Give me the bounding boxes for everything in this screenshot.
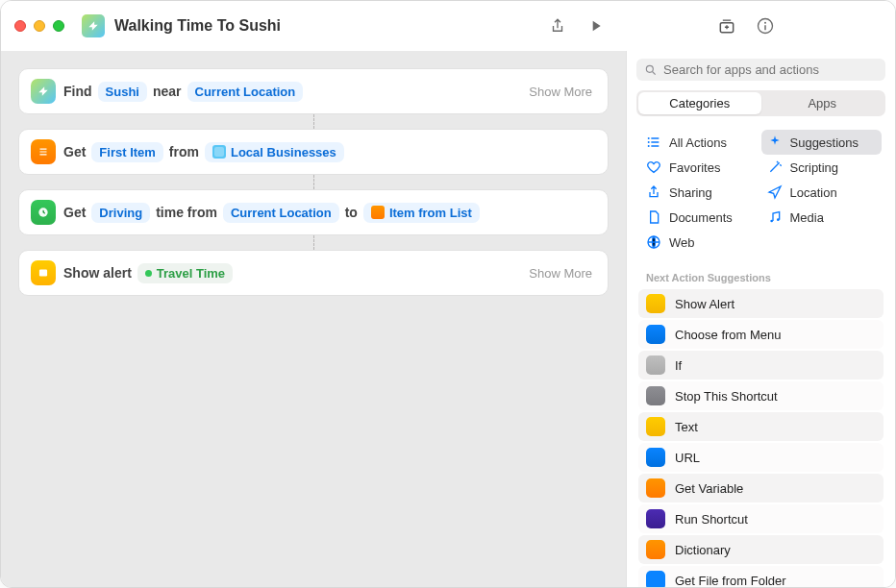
param-token[interactable]: Current Location: [187, 82, 304, 102]
category-label: Sharing: [669, 185, 712, 200]
action-word: Get: [63, 144, 86, 159]
connector: [313, 175, 314, 189]
zoom-window-button[interactable]: [53, 20, 64, 32]
suggestion-item[interactable]: Show Alert: [638, 289, 884, 318]
suggestion-item[interactable]: If: [638, 351, 884, 380]
suggestion-label: Choose from Menu: [675, 328, 782, 342]
suggestion-item[interactable]: Run Shortcut: [638, 504, 884, 533]
category-label: Location: [790, 185, 837, 200]
business-icon: [212, 145, 226, 159]
close-window-button[interactable]: [14, 20, 26, 32]
suggestion-item[interactable]: Get File from Folder: [638, 566, 884, 587]
variable-token[interactable]: Travel Time: [137, 263, 233, 283]
action-icon: [646, 571, 665, 587]
category-sharing[interactable]: Sharing: [640, 180, 761, 205]
window-controls: [14, 20, 64, 32]
minimize-window-button[interactable]: [34, 20, 45, 32]
svg-point-10: [777, 218, 780, 221]
suggestion-item[interactable]: URL: [638, 443, 884, 472]
connector: [313, 235, 314, 250]
suggestion-label: Get File from Folder: [675, 574, 786, 588]
wand-icon: [767, 159, 783, 175]
action-word: time from: [156, 205, 217, 220]
action-word: Get: [63, 205, 86, 220]
search-input[interactable]: [663, 62, 878, 77]
suggestion-item[interactable]: Stop This Shortcut: [638, 381, 884, 410]
category-label: Favorites: [669, 160, 720, 175]
action-card[interactable]: Show alert Travel Time Show More: [18, 250, 609, 296]
library-button[interactable]: [716, 15, 737, 37]
category-location[interactable]: Location: [761, 180, 883, 205]
list-item-icon: [371, 206, 385, 219]
param-token[interactable]: Driving: [91, 203, 150, 223]
action-card[interactable]: Get First Item from Local Businesses: [18, 129, 609, 175]
param-token[interactable]: Current Location: [223, 203, 339, 223]
action-card[interactable]: Get Driving time from Current Location t…: [18, 189, 609, 235]
search-field[interactable]: [636, 59, 885, 81]
svg-point-5: [646, 65, 653, 72]
app-window: Walking Time To Sushi: [0, 0, 896, 588]
action-card[interactable]: Find Sushi near Current Location Show Mo…: [18, 68, 609, 114]
suggestion-item[interactable]: Dictionary: [638, 535, 884, 564]
alert-icon: [31, 260, 56, 285]
music-icon: [767, 209, 783, 225]
param-token[interactable]: Local Businesses: [205, 142, 344, 162]
info-button[interactable]: [755, 15, 776, 37]
nav-icon: [767, 184, 783, 200]
param-token[interactable]: Item from List: [363, 203, 480, 223]
suggestion-list: Show AlertChoose from MenuIfStop This Sh…: [627, 289, 895, 587]
action-icon: [646, 325, 665, 344]
category-list: All ActionsSuggestionsFavoritesScripting…: [627, 124, 895, 264]
doc-icon: [646, 209, 661, 225]
category-favorites[interactable]: Favorites: [640, 155, 761, 180]
category-label: Web: [669, 235, 695, 250]
run-button[interactable]: [585, 15, 607, 37]
shortcut-icon: [82, 14, 105, 37]
category-media[interactable]: Media: [761, 205, 883, 230]
library-sidebar: Categories Apps All ActionsSuggestionsFa…: [626, 51, 895, 587]
action-word: Show alert: [63, 265, 132, 281]
suggestion-label: Get Variable: [675, 481, 743, 496]
category-label: Scripting: [790, 160, 839, 175]
action-icon: [646, 478, 665, 498]
connector: [313, 114, 314, 129]
show-more-button[interactable]: Show More: [525, 264, 596, 282]
action-icon: [646, 386, 665, 405]
tab-categories[interactable]: Categories: [638, 92, 761, 114]
category-label: All Actions: [669, 135, 727, 150]
category-documents[interactable]: Documents: [640, 205, 761, 230]
suggestion-label: URL: [675, 451, 700, 465]
svg-rect-4: [39, 270, 47, 277]
suggestion-item[interactable]: Choose from Menu: [638, 320, 884, 349]
workflow-canvas[interactable]: Find Sushi near Current Location Show Mo…: [1, 51, 626, 587]
category-label: Documents: [669, 210, 733, 225]
share-icon: [646, 184, 661, 200]
action-word: to: [345, 205, 358, 220]
action-icon: [646, 509, 665, 528]
titlebar: Walking Time To Sushi: [1, 1, 895, 51]
globe-icon: [646, 234, 661, 250]
tab-apps[interactable]: Apps: [761, 92, 884, 114]
share-button[interactable]: [547, 15, 568, 37]
suggestion-label: Dictionary: [675, 543, 731, 557]
list-icon: [31, 139, 56, 164]
search-icon: [644, 63, 658, 77]
param-token[interactable]: Sushi: [98, 82, 147, 102]
category-label: Media: [790, 210, 824, 225]
action-word: near: [153, 84, 182, 99]
list-icon: [646, 135, 661, 150]
action-icon: [646, 355, 665, 375]
svg-point-2: [764, 22, 766, 24]
category-all-actions[interactable]: All Actions: [640, 130, 761, 155]
suggestion-item[interactable]: Get Variable: [638, 474, 884, 502]
suggestion-item[interactable]: Text: [638, 412, 884, 441]
category-label: Suggestions: [790, 135, 859, 150]
category-scripting[interactable]: Scripting: [761, 155, 883, 180]
param-token[interactable]: First Item: [91, 142, 163, 162]
suggestion-label: Stop This Shortcut: [675, 389, 778, 404]
category-suggestions[interactable]: Suggestions: [761, 130, 883, 155]
show-more-button[interactable]: Show More: [525, 83, 596, 101]
category-web[interactable]: Web: [640, 230, 761, 255]
shortcut-title[interactable]: Walking Time To Sushi: [114, 17, 281, 35]
action-icon: [646, 294, 665, 313]
